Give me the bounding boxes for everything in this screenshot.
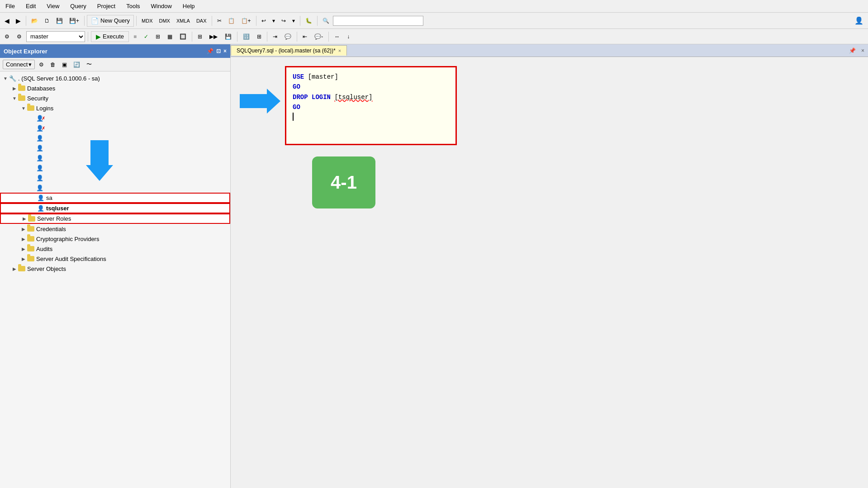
redo-dropdown[interactable]: ▾ — [289, 16, 298, 26]
undo-button[interactable]: ↩ — [259, 16, 269, 26]
search-button[interactable]: 🔍 — [320, 16, 332, 26]
audits-node[interactable]: ▶ Audits — [0, 244, 230, 254]
logins-folder-icon — [27, 105, 34, 111]
oe-dock-icon[interactable]: ⊡ — [216, 48, 221, 54]
menu-file[interactable]: File — [4, 2, 17, 10]
login-item-5[interactable]: 👤 — [0, 153, 230, 163]
oe-close-icon[interactable]: × — [223, 48, 227, 54]
logins-node[interactable]: ▼ Logins — [0, 103, 230, 113]
outdent-button[interactable]: ⇤ — [300, 32, 310, 42]
login6-user-icon: 👤 — [36, 165, 43, 171]
code-line-1: USE [master] — [293, 72, 449, 82]
oe-filter-button[interactable]: ⚙ — [37, 60, 46, 69]
security-expander[interactable]: ▼ — [11, 96, 18, 101]
copy-button[interactable]: 📋 — [225, 16, 237, 26]
login-item-4[interactable]: 👤 — [0, 143, 230, 153]
mdx-button[interactable]: MDX — [139, 16, 155, 25]
redo-button[interactable]: ↪ — [279, 16, 289, 26]
undo-dropdown[interactable]: ▾ — [270, 16, 278, 26]
server-audit-spec-node[interactable]: ▶ Server Audit Specifications — [0, 254, 230, 264]
audit-spec-expander[interactable]: ▶ — [20, 256, 27, 261]
indent-button[interactable]: ⇥ — [270, 32, 280, 42]
search-input[interactable] — [333, 16, 423, 26]
xmla-button[interactable]: XMLA — [174, 16, 193, 25]
dmx-button[interactable]: DMX — [157, 16, 173, 25]
exec2-button[interactable]: ▶▶ — [207, 32, 220, 42]
menu-tools[interactable]: Tools — [124, 2, 142, 10]
server-objects-node[interactable]: ▶ Server Objects — [0, 264, 230, 274]
grid-button[interactable]: ▦ — [165, 32, 175, 42]
schema-button[interactable]: 🔲 — [177, 32, 189, 42]
execute-button[interactable]: ▶ Execute — [91, 31, 129, 42]
login-item-7[interactable]: 👤 — [0, 173, 230, 183]
save-button[interactable]: 💾 — [53, 16, 66, 26]
tsqluser-label: tsqluser — [46, 205, 69, 212]
oe-property-button[interactable]: ▣ — [60, 60, 69, 69]
login-item-1[interactable]: 👤 ✗ — [0, 113, 230, 123]
stop-button[interactable]: ■ — [131, 32, 139, 42]
cryptographic-providers-node[interactable]: ▶ Cryptographic Providers — [0, 234, 230, 244]
menu-query[interactable]: Query — [68, 2, 88, 10]
menu-edit[interactable]: Edit — [24, 2, 38, 10]
arrow-down-btn[interactable]: ↓ — [344, 32, 352, 42]
login-item-8[interactable]: 👤 — [0, 183, 230, 193]
credentials-node[interactable]: ▶ Credentials — [0, 224, 230, 234]
oe-delete-button[interactable]: 🗑 — [48, 60, 58, 69]
profile-button[interactable]: 👤 — [852, 14, 866, 27]
forward-button[interactable]: ▶ — [13, 15, 24, 26]
server-objects-expander[interactable]: ▶ — [11, 266, 18, 271]
back-button[interactable]: ◀ — [2, 15, 12, 26]
menu-project[interactable]: Project — [95, 2, 117, 10]
databases-folder-icon — [18, 85, 25, 91]
databases-expander[interactable]: ▶ — [11, 86, 18, 91]
database-selector[interactable]: master — [26, 31, 85, 42]
oe-pin-icon[interactable]: 📌 — [207, 48, 213, 54]
tab-pin-button[interactable]: 📌 — [847, 47, 858, 55]
oe-stats-button[interactable]: 〜 — [84, 59, 94, 70]
credentials-expander[interactable]: ▶ — [20, 227, 27, 232]
oe-refresh-button[interactable]: 🔄 — [71, 60, 82, 69]
open-file-button[interactable]: 📂 — [28, 16, 41, 26]
menu-help[interactable]: Help — [181, 2, 197, 10]
query-tab-close-button[interactable]: × — [338, 48, 341, 53]
tsqluser-login-item[interactable]: 👤 tsqluser — [0, 203, 230, 213]
paste-button[interactable]: 📋+ — [238, 16, 254, 26]
logins-expander[interactable]: ▼ — [20, 106, 27, 111]
diagram-button[interactable]: ⊞ — [153, 32, 163, 42]
crypto-expander[interactable]: ▶ — [20, 237, 27, 242]
server-expander[interactable]: ▼ — [2, 76, 9, 81]
databases-node[interactable]: ▶ Databases — [0, 83, 230, 93]
query-tab[interactable]: SQLQuery7.sql - (local).master (sa (62))… — [231, 45, 347, 56]
server-roles-node[interactable]: ▶ Server Roles — [0, 213, 230, 224]
new-file-button[interactable]: 🗋 — [42, 16, 52, 26]
filter-button[interactable]: ⚙ — [2, 32, 12, 42]
query-editor[interactable]: USE [master] GO DROP LOGIN [tsqluser] — [285, 66, 457, 145]
audits-expander[interactable]: ▶ — [20, 246, 27, 251]
sa-login-item[interactable]: 👤 sa — [0, 193, 230, 203]
calc-button[interactable]: 🔢 — [240, 32, 252, 42]
save-all-button[interactable]: 💾+ — [66, 16, 82, 26]
uncomment-button[interactable]: 💬- — [312, 32, 326, 42]
login-item-3[interactable]: 👤 — [0, 133, 230, 143]
show-results-button[interactable]: ⚙ — [14, 32, 24, 42]
login-item-6[interactable]: 👤 — [0, 163, 230, 173]
login-item-2[interactable]: 👤 ✗ — [0, 123, 230, 133]
security-node[interactable]: ▼ Security — [0, 93, 230, 103]
table-button[interactable]: ⊞ — [195, 32, 205, 42]
menu-view[interactable]: View — [45, 2, 61, 10]
dax-button[interactable]: DAX — [194, 16, 209, 25]
cut-button[interactable]: ✂ — [214, 16, 224, 26]
server-node[interactable]: ▼ 🔧 . (SQL Server 16.0.1000.6 - sa) — [0, 73, 230, 83]
transform-button[interactable]: ↔ — [332, 32, 342, 42]
connect-button[interactable]: Connect ▾ — [3, 60, 35, 69]
server-roles-expander[interactable]: ▶ — [21, 216, 28, 221]
step-label-text: 4-1 — [331, 172, 357, 193]
save2-button[interactable]: 💾 — [222, 32, 234, 42]
calc2-button[interactable]: ⊞ — [254, 32, 264, 42]
new-query-button[interactable]: 📄 New Query — [87, 15, 134, 27]
comment-button[interactable]: 💬 — [282, 32, 294, 42]
debug-button[interactable]: 🐛 — [303, 16, 315, 26]
tab-close-all-button[interactable]: × — [859, 47, 866, 55]
menu-window[interactable]: Window — [149, 2, 174, 10]
check-button[interactable]: ✓ — [141, 32, 151, 42]
